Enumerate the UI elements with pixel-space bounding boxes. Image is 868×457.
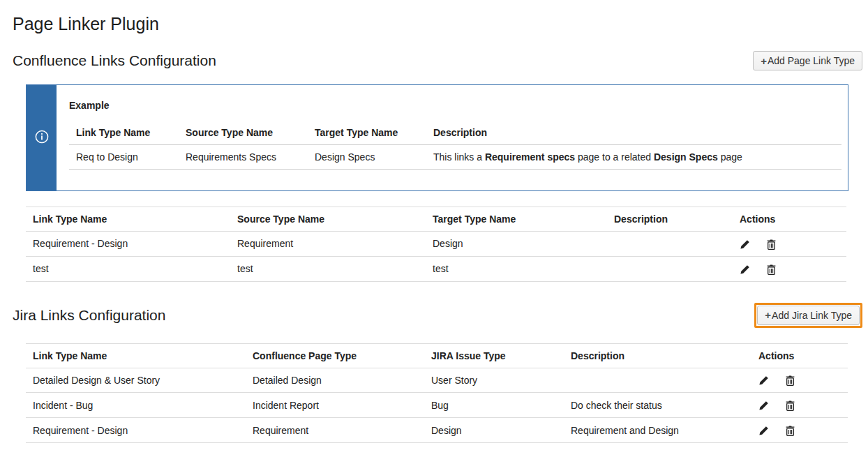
cell-jira-issue-type: User Story — [424, 368, 564, 393]
cell-link-type: Detailed Design & User Story — [26, 368, 246, 393]
example-table: Link Type Name Source Type Name Target T… — [69, 121, 841, 170]
example-col-description: Description — [426, 121, 841, 145]
cell-description — [607, 256, 733, 281]
cell-target-type: test — [426, 256, 607, 281]
cell-link-type: Incident - Bug — [26, 393, 246, 418]
cell-source-type: test — [230, 256, 426, 281]
jira-section-header: Jira Links Configuration +Add Jira Link … — [13, 303, 862, 328]
table-row: Requirement - Design Requirement Design … — [26, 418, 848, 443]
cell-confluence-page-type: Incident Report — [246, 393, 424, 418]
trash-icon — [767, 264, 776, 275]
cell-actions — [751, 418, 848, 443]
conf-col-source-type-name: Source Type Name — [230, 207, 426, 232]
cell-target-type: Design — [426, 232, 607, 257]
example-heading: Example — [69, 100, 841, 111]
conf-col-target-type-name: Target Type Name — [426, 207, 607, 232]
pencil-icon — [740, 239, 750, 250]
jira-links-table: Link Type Name Confluence Page Type JIRA… — [26, 343, 848, 443]
delete-button[interactable] — [767, 264, 776, 275]
cell-actions — [751, 393, 848, 418]
cell-actions — [733, 232, 846, 257]
edit-button[interactable] — [740, 239, 750, 250]
delete-button[interactable] — [767, 239, 776, 250]
example-target-type: Design Specs — [308, 145, 426, 170]
edit-button[interactable] — [758, 400, 769, 411]
jira-table-wrap: Link Type Name Confluence Page Type JIRA… — [13, 343, 862, 443]
plus-icon: + — [765, 310, 771, 320]
cell-link-type: Requirement - Design — [26, 418, 246, 443]
confluence-section-heading: Confluence Links Configuration — [13, 52, 216, 69]
example-col-source-type-name: Source Type Name — [179, 121, 308, 145]
info-panel-blue-bar — [27, 85, 57, 190]
confluence-table-header-row: Link Type Name Source Type Name Target T… — [26, 207, 846, 232]
cell-confluence-page-type: Requirement — [246, 418, 424, 443]
trash-icon — [786, 375, 795, 386]
add-page-link-type-label: Add Page Link Type — [768, 55, 855, 66]
add-page-link-type-button[interactable]: +Add Page Link Type — [753, 51, 862, 70]
jira-section-heading: Jira Links Configuration — [13, 307, 165, 324]
example-description: This links a Requirement specs page to a… — [426, 145, 841, 170]
delete-button[interactable] — [786, 375, 795, 386]
example-col-target-type-name: Target Type Name — [308, 121, 426, 145]
plus-icon: + — [761, 56, 767, 66]
edit-button[interactable] — [740, 264, 750, 275]
conf-col-description: Description — [607, 207, 733, 232]
add-jira-link-type-button[interactable]: +Add Jira Link Type — [757, 306, 860, 325]
edit-button[interactable] — [758, 375, 769, 386]
edit-button[interactable] — [758, 426, 769, 436]
example-info-panel: Example Link Type Name Source Type Name … — [26, 84, 848, 191]
cell-description — [564, 368, 751, 393]
trash-icon — [767, 239, 776, 250]
cell-confluence-page-type: Detailed Design — [246, 368, 424, 393]
delete-button[interactable] — [786, 426, 795, 436]
cell-jira-issue-type: Bug — [424, 393, 564, 418]
example-source-type: Requirements Specs — [179, 145, 308, 170]
table-row: Detailed Design & User Story Detailed De… — [26, 368, 848, 393]
cell-actions — [751, 368, 848, 393]
example-link-type: Req to Design — [69, 145, 179, 170]
example-table-header-row: Link Type Name Source Type Name Target T… — [69, 121, 841, 145]
example-col-link-type-name: Link Type Name — [69, 121, 179, 145]
jira-table-header-row: Link Type Name Confluence Page Type JIRA… — [26, 343, 848, 368]
pencil-icon — [758, 426, 769, 436]
jira-col-actions: Actions — [751, 343, 848, 368]
jira-col-link-type-name: Link Type Name — [26, 343, 246, 368]
page-title: Page Linker Plugin — [13, 14, 862, 34]
example-row: Req to Design Requirements Specs Design … — [69, 145, 841, 170]
add-jira-link-type-label: Add Jira Link Type — [772, 310, 852, 321]
table-row: test test test — [26, 256, 846, 281]
conf-col-link-type-name: Link Type Name — [26, 207, 230, 232]
table-row: Requirement - Design Requirement Design — [26, 232, 846, 257]
cell-source-type: Requirement — [230, 232, 426, 257]
trash-icon — [786, 426, 795, 436]
jira-col-jira-issue-type: JIRA Issue Type — [424, 343, 564, 368]
jira-col-description: Description — [564, 343, 751, 368]
highlight-annotation: +Add Jira Link Type — [754, 303, 862, 328]
info-panel-content: Example Link Type Name Source Type Name … — [57, 85, 850, 190]
confluence-section-header: Confluence Links Configuration +Add Page… — [13, 51, 862, 70]
pencil-icon — [740, 264, 750, 275]
trash-icon — [786, 400, 795, 411]
pencil-icon — [758, 375, 769, 386]
conf-col-actions: Actions — [733, 207, 846, 232]
cell-jira-issue-type: Design — [424, 418, 564, 443]
cell-link-type: Requirement - Design — [26, 232, 230, 257]
cell-actions — [733, 256, 846, 281]
confluence-links-table: Link Type Name Source Type Name Target T… — [26, 207, 846, 282]
cell-link-type: test — [26, 256, 230, 281]
cell-description: Do check their status — [564, 393, 751, 418]
cell-description: Requirement and Design — [564, 418, 751, 443]
pencil-icon — [758, 400, 769, 411]
jira-col-confluence-page-type: Confluence Page Type — [246, 343, 424, 368]
table-row: Incident - Bug Incident Report Bug Do ch… — [26, 393, 848, 418]
delete-button[interactable] — [786, 400, 795, 411]
admin-page: Page Linker Plugin Confluence Links Conf… — [0, 0, 868, 450]
info-icon — [34, 129, 50, 147]
cell-description — [607, 232, 733, 257]
